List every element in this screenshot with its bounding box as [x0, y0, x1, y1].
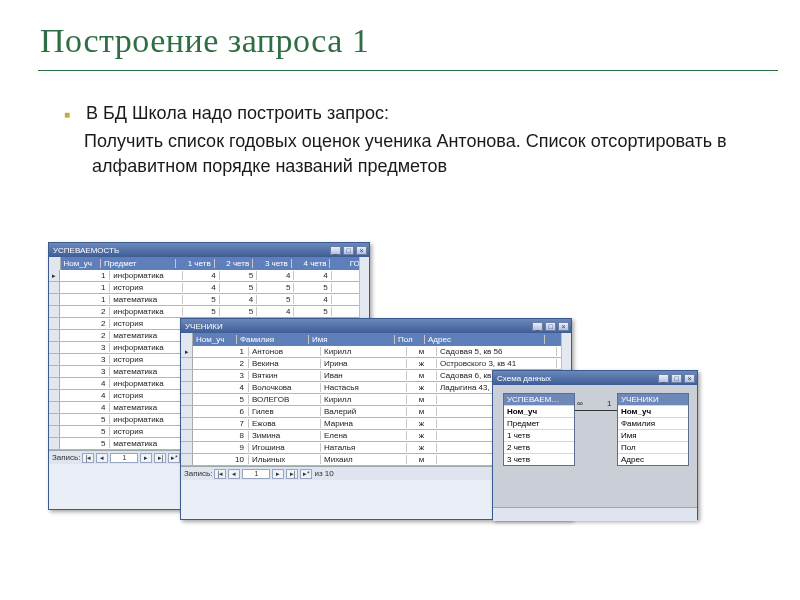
- cell[interactable]: Настасья: [321, 383, 407, 392]
- cell[interactable]: Наталья: [321, 443, 407, 452]
- cell[interactable]: 4: [183, 271, 220, 280]
- cell[interactable]: 1: [60, 271, 110, 280]
- cell[interactable]: история: [110, 283, 182, 292]
- table-row[interactable]: 1история45555: [49, 282, 369, 294]
- col-header[interactable]: Ном_уч: [61, 259, 102, 268]
- table-row[interactable]: 2ВекинаИринажОстровского 3, кв 41: [181, 358, 571, 370]
- field[interactable]: Ном_уч: [618, 405, 688, 417]
- cell[interactable]: ж: [407, 383, 437, 392]
- cell[interactable]: 5: [257, 295, 294, 304]
- cell[interactable]: 8: [193, 431, 249, 440]
- row-selector[interactable]: [49, 342, 60, 353]
- cell[interactable]: Вяткин: [249, 371, 321, 380]
- col-header[interactable]: Пол: [395, 335, 425, 344]
- cell[interactable]: Антонов: [249, 347, 321, 356]
- field[interactable]: 2 четв: [504, 441, 574, 453]
- cell[interactable]: ВОЛЕГОВ: [249, 395, 321, 404]
- field[interactable]: 3 четв: [504, 453, 574, 465]
- col-header[interactable]: Предмет: [101, 259, 176, 268]
- cell[interactable]: история: [110, 391, 182, 400]
- relationship-canvas[interactable]: УСПЕВАЕМ… Ном_уч Предмет 1 четв 2 четв 3…: [495, 387, 695, 505]
- field[interactable]: Адрес: [618, 453, 688, 465]
- row-selector[interactable]: [49, 306, 60, 317]
- cell[interactable]: 5: [220, 283, 257, 292]
- table-row[interactable]: 2информатика55455: [49, 306, 369, 318]
- row-selector[interactable]: [181, 418, 193, 429]
- cell[interactable]: м: [407, 395, 437, 404]
- cell[interactable]: 2: [193, 359, 249, 368]
- window-schema[interactable]: Схема данных _ □ × УСПЕВАЕМ… Ном_уч Пред…: [492, 370, 698, 520]
- cell[interactable]: 5: [257, 283, 294, 292]
- nav-last-button[interactable]: ▸|: [154, 453, 166, 463]
- cell[interactable]: математика: [110, 331, 182, 340]
- row-selector[interactable]: [181, 370, 193, 381]
- row-selector[interactable]: [49, 294, 60, 305]
- nav-position-input[interactable]: 1: [242, 469, 270, 479]
- table-row[interactable]: 1информатика45444: [49, 270, 369, 282]
- cell[interactable]: 3: [60, 343, 110, 352]
- cell[interactable]: математика: [110, 439, 182, 448]
- row-selector[interactable]: [181, 346, 193, 357]
- relationship-line[interactable]: [575, 410, 617, 411]
- cell[interactable]: 5: [60, 439, 110, 448]
- row-selector[interactable]: [181, 358, 193, 369]
- row-selector[interactable]: [181, 430, 193, 441]
- nav-first-button[interactable]: |◂: [82, 453, 94, 463]
- cell[interactable]: 5: [294, 307, 331, 316]
- field[interactable]: 1 четв: [504, 429, 574, 441]
- nav-next-button[interactable]: ▸: [272, 469, 284, 479]
- cell[interactable]: Иван: [321, 371, 407, 380]
- cell[interactable]: 2: [60, 319, 110, 328]
- col-header[interactable]: Ном_уч: [193, 335, 237, 344]
- cell[interactable]: 4: [257, 307, 294, 316]
- cell[interactable]: м: [407, 407, 437, 416]
- row-selector[interactable]: [49, 270, 60, 281]
- cell[interactable]: 3: [193, 371, 249, 380]
- cell[interactable]: Волочкова: [249, 383, 321, 392]
- cell[interactable]: математика: [110, 295, 182, 304]
- cell[interactable]: информатика: [110, 307, 182, 316]
- row-selector[interactable]: [49, 318, 60, 329]
- nav-prev-button[interactable]: ◂: [228, 469, 240, 479]
- cell[interactable]: 4: [193, 383, 249, 392]
- cell[interactable]: ж: [407, 431, 437, 440]
- field[interactable]: Пол: [618, 441, 688, 453]
- table-box-ucheniki[interactable]: УЧЕНИКИ Ном_уч Фамилия Имя Пол Адрес: [617, 393, 689, 466]
- row-selector[interactable]: [49, 426, 60, 437]
- cell[interactable]: 1: [60, 283, 110, 292]
- cell[interactable]: 4: [257, 271, 294, 280]
- close-button[interactable]: ×: [356, 246, 367, 255]
- row-selector[interactable]: [49, 402, 60, 413]
- cell[interactable]: 10: [193, 455, 249, 464]
- cell[interactable]: Ильиных: [249, 455, 321, 464]
- cell[interactable]: Марина: [321, 419, 407, 428]
- cell[interactable]: Ежова: [249, 419, 321, 428]
- minimize-button[interactable]: _: [658, 374, 669, 383]
- minimize-button[interactable]: _: [330, 246, 341, 255]
- cell[interactable]: ж: [407, 419, 437, 428]
- cell[interactable]: 6: [193, 407, 249, 416]
- cell[interactable]: 4: [220, 295, 257, 304]
- cell[interactable]: 5: [294, 283, 331, 292]
- cell[interactable]: 5: [60, 415, 110, 424]
- titlebar[interactable]: Схема данных _ □ ×: [493, 371, 697, 385]
- nav-position-input[interactable]: 1: [110, 453, 138, 463]
- col-header[interactable]: 4 четв: [292, 259, 331, 268]
- cell[interactable]: Зимина: [249, 431, 321, 440]
- cell[interactable]: Игошина: [249, 443, 321, 452]
- cell[interactable]: 5: [183, 307, 220, 316]
- cell[interactable]: м: [407, 347, 437, 356]
- row-selector[interactable]: [181, 442, 193, 453]
- table-row[interactable]: 1АнтоновКириллмСадовая 5, кв 56: [181, 346, 571, 358]
- cell[interactable]: 7: [193, 419, 249, 428]
- col-header[interactable]: 1 четв: [176, 259, 215, 268]
- cell[interactable]: история: [110, 355, 182, 364]
- cell[interactable]: Елена: [321, 431, 407, 440]
- cell[interactable]: м: [407, 371, 437, 380]
- titlebar[interactable]: УЧЕНИКИ _ □ ×: [181, 319, 571, 333]
- cell[interactable]: 5: [220, 271, 257, 280]
- cell[interactable]: ж: [407, 359, 437, 368]
- cell[interactable]: математика: [110, 403, 182, 412]
- col-header[interactable]: Имя: [309, 335, 395, 344]
- maximize-button[interactable]: □: [671, 374, 682, 383]
